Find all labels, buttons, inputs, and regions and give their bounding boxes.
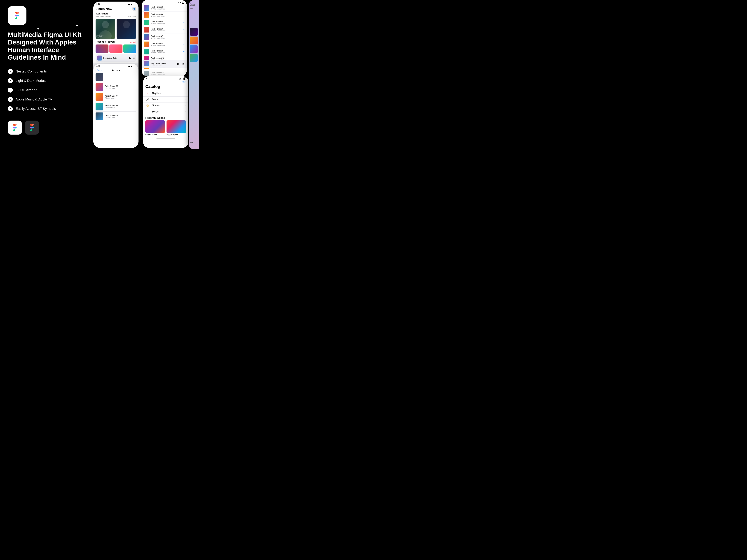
feature-list: Nested Components Light & Dark Modes 32 … bbox=[8, 69, 82, 111]
artist-list-item[interactable]: Artist Name #6 Pop/Hip-Hop bbox=[96, 111, 136, 121]
back-chevron-icon: ‹ bbox=[96, 69, 96, 72]
recently-played-label: Recently Played bbox=[96, 41, 115, 43]
feature-item: Light & Dark Modes bbox=[8, 78, 82, 83]
status-time: 8:37 bbox=[97, 65, 100, 68]
artist-thumb bbox=[96, 93, 103, 101]
artist-genre: Fitness Music bbox=[105, 97, 136, 99]
artist-cards: Artist Name #1 Pop Latino 2022 bbox=[96, 19, 136, 39]
check-icon bbox=[8, 69, 13, 74]
play-icon[interactable]: ▶ bbox=[129, 56, 131, 60]
center-panel: 8:37 ▲ ▌ Listen Now 👤 Top Artists More f… bbox=[90, 0, 141, 149]
artist-card-bg: Artist Name #1 Pop Latino 2022 bbox=[96, 19, 115, 39]
track-list-item[interactable]: Track Name #9 By Artist Name Here + bbox=[141, 48, 187, 55]
np-title-right: Pop Latino Radio bbox=[151, 63, 176, 65]
add-track-icon[interactable]: + bbox=[183, 43, 185, 46]
artist-list-item[interactable]: Artist Name #5 Dance Music bbox=[96, 102, 136, 111]
more-from-label: More from Pop Latino bbox=[96, 16, 110, 18]
svg-point-2 bbox=[123, 21, 130, 28]
add-track-icon[interactable]: + bbox=[183, 14, 185, 17]
artist-list-item[interactable]: Artist Name #3 Hip Hop/Rap bbox=[96, 82, 136, 92]
battery-icon: ▌ bbox=[182, 1, 184, 4]
artist-thumb bbox=[96, 103, 103, 110]
recently-cards bbox=[96, 45, 136, 53]
np-skip-icon[interactable]: ⏭ bbox=[182, 62, 185, 65]
status-bar: 8:37 ▲ ▌ bbox=[93, 64, 138, 68]
edit-row: Edit bbox=[143, 80, 188, 83]
track-list-item[interactable]: Track Name #8 By Artist Name Here + bbox=[141, 41, 187, 48]
track-list-item[interactable]: Track Name #3 By Artist Name Here + bbox=[141, 4, 187, 11]
status-bar: 8:37 ▲ ▌ bbox=[93, 2, 138, 6]
track-info: Track Name #5 By Artist Name Here bbox=[151, 21, 182, 24]
album-card-1[interactable]: Album/Track #1 Artist Name Here bbox=[145, 121, 165, 137]
add-track-icon[interactable]: + bbox=[183, 21, 185, 24]
edge-bottom-time: 0:44 bbox=[190, 141, 193, 143]
feature-label: Apple Music & Apple TV bbox=[16, 97, 52, 101]
track-list-item[interactable]: Track Name #7 By Artist Name Here + bbox=[141, 33, 187, 41]
feature-label: Easily Access SF Symbols bbox=[16, 107, 56, 111]
add-track-icon[interactable]: + bbox=[183, 6, 185, 9]
track-list-item[interactable]: Track Name #6 By Artist Name Here + bbox=[141, 26, 187, 33]
signal-icon bbox=[179, 78, 181, 79]
artist-genre: Dance Music bbox=[105, 107, 136, 109]
check-icon bbox=[8, 78, 13, 83]
edge-thumbnails bbox=[190, 28, 198, 62]
listen-now-title: Listen Now bbox=[96, 7, 112, 11]
feature-label: 32 UI Screens bbox=[16, 88, 37, 92]
artist-overlay: Artist Name #1 Pop Latino 2022 bbox=[97, 34, 114, 38]
track-artist: By Artist Name Here bbox=[151, 45, 182, 46]
recently-played-row: Recently Played View All bbox=[96, 41, 136, 44]
album-name-2: Album/Track #2 bbox=[166, 133, 186, 135]
track-artist: By Artist Name Here bbox=[151, 8, 182, 10]
catalog-categories: Playlists › Artists › Albums › Songs › bbox=[143, 90, 188, 115]
skip-icon[interactable]: ⏭ bbox=[133, 57, 135, 59]
track-list-item[interactable]: Track Name #4 By Artist Name Here + bbox=[141, 11, 187, 19]
artist-list-item[interactable] bbox=[96, 72, 136, 82]
catalog-songs[interactable]: Songs › bbox=[143, 109, 188, 115]
feature-item: Apple Music & Apple TV bbox=[8, 97, 82, 102]
feature-item: 32 UI Screens bbox=[8, 87, 82, 92]
track-list-item[interactable]: Track Name #12 By Artist Name Here bbox=[141, 70, 187, 76]
add-track-icon[interactable]: + bbox=[183, 50, 185, 53]
artist-card-2[interactable] bbox=[117, 19, 136, 39]
catalog-playlists[interactable]: Playlists › bbox=[143, 90, 188, 97]
add-track-icon[interactable]: + bbox=[183, 35, 185, 39]
artist-card-1[interactable]: Artist Name #1 Pop Latino 2022 bbox=[96, 19, 115, 39]
playlists-label: Playlists bbox=[152, 92, 185, 95]
add-track-icon[interactable]: + bbox=[183, 28, 185, 31]
catalog-albums[interactable]: Albums › bbox=[143, 103, 188, 109]
catalog-artists[interactable]: Artists › bbox=[143, 97, 188, 103]
now-playing-bar[interactable]: Pop Latino Radio ▶ ⏭ bbox=[96, 54, 136, 62]
view-all-link[interactable]: View All bbox=[130, 41, 136, 43]
songs-label: Songs bbox=[152, 110, 185, 113]
track-thumb bbox=[144, 20, 149, 25]
edit-button[interactable]: Edit bbox=[182, 80, 186, 83]
app-logo bbox=[8, 6, 26, 25]
artist1-year: 2022 bbox=[97, 37, 114, 38]
track-thumb bbox=[144, 5, 149, 10]
status-icons: ▲ ▌ bbox=[128, 65, 135, 68]
feature-label: Light & Dark Modes bbox=[16, 79, 46, 83]
track-info: Track Name #4 By Artist Name Here bbox=[151, 13, 182, 17]
status-time: 8:37 bbox=[97, 3, 100, 5]
edge-phone-content: Foreve Evergrn 0:20 bbox=[189, 0, 199, 12]
songs-icon bbox=[145, 110, 150, 113]
edge-artist-text: Evergrn bbox=[190, 5, 198, 6]
rec-card-2[interactable] bbox=[109, 45, 122, 53]
back-button[interactable]: ‹ Back bbox=[96, 69, 102, 72]
feature-item: Nested Components bbox=[8, 69, 82, 74]
track-list-item[interactable]: Track Name #5 By Artist Name Here + bbox=[141, 19, 187, 26]
rec-card-3[interactable] bbox=[123, 45, 136, 53]
artist-list-item[interactable]: Artist Name #4 Fitness Music bbox=[96, 92, 136, 102]
artists-title: Artists bbox=[112, 69, 120, 72]
rec-card-1[interactable] bbox=[96, 45, 108, 53]
album-cover-2 bbox=[166, 121, 186, 133]
np-play-icon[interactable]: ▶ bbox=[177, 62, 180, 65]
now-playing-bar-right[interactable]: Pop Latino Radio ▶ ⏭ bbox=[141, 60, 187, 68]
profile-icon[interactable]: 👤 bbox=[132, 7, 136, 11]
figma-icon-light bbox=[8, 121, 22, 135]
signal-icon bbox=[128, 65, 130, 67]
album-card-2[interactable]: Album/Track #2 Artist Name Here bbox=[166, 121, 186, 137]
artist-info: Artist Name #6 Pop/Hip-Hop bbox=[105, 114, 136, 118]
edge-forever-text: Foreve bbox=[190, 3, 198, 5]
status-icons: ▲ ▌ bbox=[179, 77, 186, 80]
